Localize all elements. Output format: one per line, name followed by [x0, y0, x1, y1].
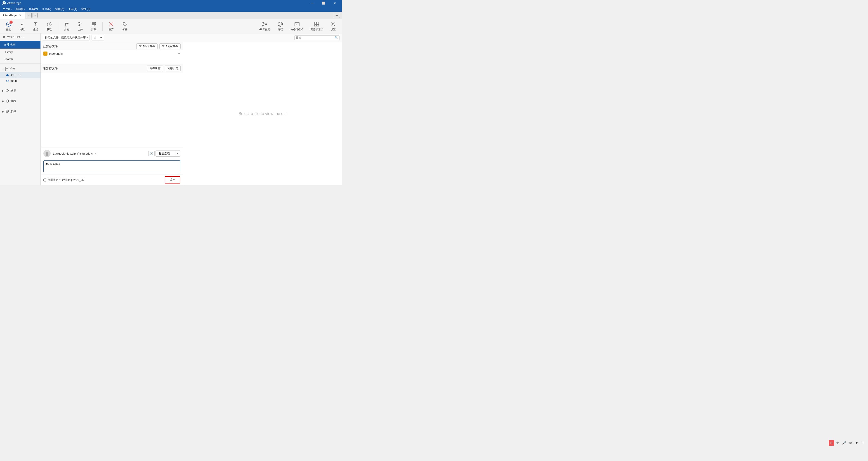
resource-icon — [314, 21, 320, 27]
svg-point-28 — [6, 90, 7, 90]
submit-options-button[interactable]: 提交选项... — [156, 151, 175, 157]
commit-message-input[interactable]: ios js test 2 — [43, 160, 180, 172]
submit-label: 提交 — [6, 28, 11, 31]
menu-tools[interactable]: 工具(T) — [66, 7, 79, 11]
files-and-diff: 已暂存文件 取消所有暂存 取消选定暂存 M index.html − — [41, 42, 342, 185]
sidebar-item-history[interactable]: History — [0, 49, 40, 56]
settings-icon-wrap — [330, 21, 336, 27]
menu-edit[interactable]: 编辑(E) — [14, 7, 26, 11]
toolbar-merge-button[interactable]: 合并 — [74, 20, 86, 32]
tab-attackpage[interactable]: AttackPage ✕ — [0, 12, 25, 19]
unstaged-panel-title: 未暂存文件 — [43, 66, 145, 70]
sort-dropdown-arrow-icon: ▾ — [87, 36, 88, 39]
remote-icon-wrap — [277, 21, 283, 27]
merge-label: 合并 — [78, 28, 83, 31]
resource-label: 资源管理器 — [310, 28, 323, 31]
menu-bar: 文件(F) 编辑(E) 查看(V) 仓库(R) 操作(A) 工具(T) 帮助(H… — [0, 6, 342, 12]
stash-chevron-icon: ▶ — [2, 110, 4, 113]
list-view-button[interactable]: ≡ — [92, 35, 98, 40]
sidebar-section-remote: ▶ 远程 — [0, 96, 40, 106]
new-tab-button[interactable]: + — [27, 13, 32, 18]
menu-help[interactable]: 帮助(H) — [79, 7, 92, 11]
sort-dropdown[interactable]: 待定的文件，已依照文件状态排序 ▾ — [43, 35, 90, 40]
diff-area: Select a file to view the diff — [183, 42, 342, 185]
svg-rect-19 — [295, 22, 299, 26]
toolbar-tag-button[interactable]: 标签 — [119, 20, 131, 32]
file-remove-action-icon[interactable]: − — [178, 52, 180, 56]
submit-options-dropdown-button[interactable]: ▾ — [175, 150, 180, 157]
menu-file[interactable]: 文件(F) — [1, 7, 13, 11]
title-bar-left: AttackPage — [2, 1, 21, 5]
tab-close-button[interactable]: ✕ — [18, 13, 22, 17]
tab-bar-right: ≡ — [332, 13, 342, 18]
toolbar-submit-button[interactable]: 1 提交 — [3, 20, 14, 32]
minimize-button[interactable]: — — [307, 0, 317, 6]
tags-section-icon — [5, 89, 9, 92]
sidebar-branch-ios-js[interactable]: iOS_JS — [0, 72, 40, 78]
commit-clock-button[interactable]: 🕐 — [148, 151, 155, 156]
menu-repo[interactable]: 仓库(R) — [40, 7, 53, 11]
tab-new-area: + ▾ — [25, 13, 39, 18]
staged-file-item[interactable]: M index.html − — [41, 51, 183, 57]
svg-point-8 — [79, 25, 80, 26]
menu-view[interactable]: 查看(V) — [27, 7, 39, 11]
svg-rect-12 — [92, 25, 94, 26]
diff-placeholder-text: Select a file to view the diff — [239, 112, 287, 116]
toolbar-fetch-button[interactable]: 获取 — [43, 20, 55, 32]
toolbar-stash-button[interactable]: 贮藏 — [88, 20, 100, 32]
svg-point-7 — [79, 22, 80, 23]
svg-point-35 — [45, 154, 49, 156]
list-view-dropdown-button[interactable]: ▾ — [98, 35, 104, 40]
cancel-all-staged-button[interactable]: 取消所有暂存 — [136, 43, 158, 49]
toolbar-branch-button[interactable]: 分支 — [61, 20, 72, 32]
branch-main-label: main — [10, 79, 17, 83]
menu-action[interactable]: 操作(A) — [53, 7, 66, 11]
branch-dot-main — [6, 80, 8, 82]
branches-chevron-icon: ▾ — [2, 68, 3, 70]
tag-label: 标签 — [122, 28, 127, 31]
sidebar-item-file-status[interactable]: 文件状态 — [0, 41, 40, 49]
staged-files-panel: 已暂存文件 取消所有暂存 取消选定暂存 M index.html − — [41, 42, 183, 64]
hamburger-menu-button[interactable]: ≡ — [334, 13, 340, 18]
sidebar-section-remote-header[interactable]: ▶ 远程 — [0, 98, 40, 104]
toolbar-settings-button[interactable]: 设置 — [327, 20, 339, 32]
stash-icon — [91, 22, 96, 27]
close-button[interactable]: ✕ — [330, 0, 340, 6]
toolbar-push-button[interactable]: 推送 — [30, 20, 41, 32]
remote-label: 远端 — [278, 28, 283, 31]
sidebar-section-branches-header[interactable]: ▾ 分支 — [0, 65, 40, 72]
commit-author: Lawgeek <jou.dzyi@sjtu.edu.cn> — [53, 152, 146, 155]
search-input[interactable] — [296, 36, 335, 39]
stage-selected-button[interactable]: 暂存所选 — [165, 65, 181, 71]
svg-point-5 — [65, 25, 66, 26]
toolbar-resource-button[interactable]: 资源管理器 — [308, 20, 326, 32]
submit-commit-button[interactable]: 提交 — [165, 176, 180, 184]
main-content: 🖥 WORKSPACE 文件状态 History Search ▾ 分支 iOS… — [0, 33, 342, 185]
commit-submit-options: 提交选项... ▾ — [156, 150, 180, 157]
svg-rect-20 — [315, 22, 316, 24]
toolbar-discard-button[interactable]: 丢弃 — [105, 20, 117, 32]
commit-options: 🕐 提交选项... ▾ — [148, 150, 180, 157]
toolbar-terminal-button[interactable]: 命令行模式 — [288, 20, 306, 32]
cancel-selected-staged-button[interactable]: 取消选定暂存 — [159, 43, 181, 49]
sidebar-item-search[interactable]: Search — [0, 56, 40, 63]
push-after-commit-checkbox[interactable]: 立即推送变更到 origin/iOS_JS — [43, 178, 84, 182]
toolbar-remote-button[interactable]: 远端 — [274, 20, 286, 32]
workspace-label: WORKSPACE — [7, 36, 24, 38]
app-logo-icon — [2, 1, 6, 5]
sidebar-branch-main[interactable]: main — [0, 78, 40, 84]
toolbar-git-flow-button[interactable]: Git工作流 — [256, 20, 273, 32]
tab-dropdown-button[interactable]: ▾ — [33, 13, 37, 18]
toolbar-pull-button[interactable]: 拉取 — [16, 20, 28, 32]
maximize-button[interactable]: ⬜ — [318, 0, 329, 6]
svg-rect-32 — [6, 111, 8, 112]
push-after-commit-input[interactable] — [43, 179, 46, 181]
sidebar-section-stash: ▶ 贮藏 — [0, 106, 40, 117]
submit-icon-wrap: 1 — [5, 21, 12, 27]
git-flow-label: Git工作流 — [259, 28, 270, 31]
tag-icon — [122, 22, 127, 27]
sidebar-section-tags-header[interactable]: ▶ 标签 — [0, 87, 40, 94]
stage-all-button[interactable]: 暂存所有 — [147, 65, 163, 71]
svg-point-34 — [46, 152, 48, 154]
sidebar-section-stash-header[interactable]: ▶ 贮藏 — [0, 108, 40, 115]
